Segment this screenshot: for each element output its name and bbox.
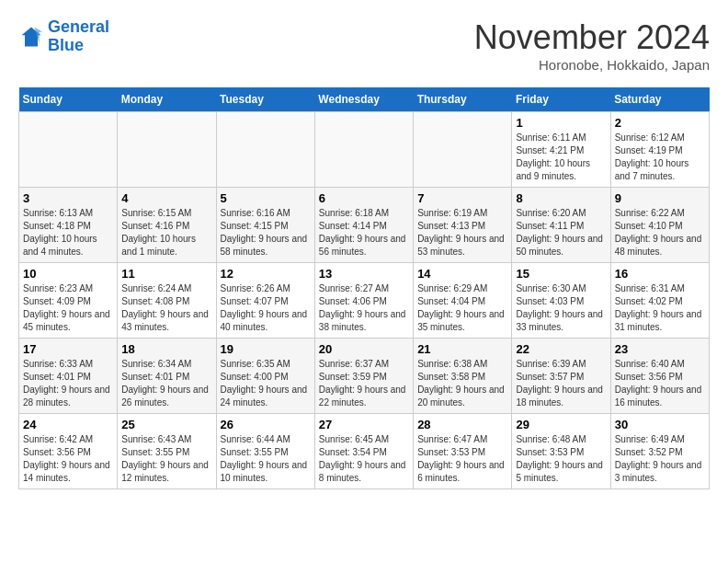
day-info: Sunrise: 6:16 AM Sunset: 4:15 PM Dayligh…	[221, 207, 311, 259]
calendar-cell: 13Sunrise: 6:27 AM Sunset: 4:06 PM Dayli…	[314, 263, 413, 339]
day-number: 16	[615, 267, 705, 281]
calendar-cell: 27Sunrise: 6:45 AM Sunset: 3:54 PM Dayli…	[314, 414, 413, 489]
day-number: 9	[615, 191, 705, 205]
calendar-table: SundayMondayTuesdayWednesdayThursdayFrid…	[18, 87, 710, 489]
month-title: November 2024	[474, 18, 710, 57]
day-number: 20	[319, 342, 409, 356]
day-info: Sunrise: 6:45 AM Sunset: 3:54 PM Dayligh…	[319, 433, 409, 485]
calendar-cell	[414, 112, 512, 188]
day-number: 15	[516, 267, 606, 281]
day-number: 4	[121, 191, 211, 205]
logo-text: General Blue	[48, 18, 109, 55]
day-info: Sunrise: 6:43 AM Sunset: 3:55 PM Dayligh…	[121, 433, 211, 485]
day-number: 30	[615, 418, 705, 431]
logo: General Blue	[18, 18, 109, 55]
calendar-cell: 16Sunrise: 6:31 AM Sunset: 4:02 PM Dayli…	[610, 263, 709, 339]
calendar-cell: 7Sunrise: 6:19 AM Sunset: 4:13 PM Daylig…	[414, 188, 512, 263]
calendar-cell: 21Sunrise: 6:38 AM Sunset: 3:58 PM Dayli…	[414, 339, 512, 414]
day-number: 5	[221, 191, 311, 205]
day-info: Sunrise: 6:19 AM Sunset: 4:13 PM Dayligh…	[417, 207, 507, 259]
calendar-cell: 9Sunrise: 6:22 AM Sunset: 4:10 PM Daylig…	[610, 188, 709, 263]
day-info: Sunrise: 6:15 AM Sunset: 4:16 PM Dayligh…	[121, 207, 211, 259]
day-number: 13	[319, 267, 409, 281]
day-info: Sunrise: 6:30 AM Sunset: 4:03 PM Dayligh…	[516, 282, 606, 334]
logo-line1: General	[48, 17, 109, 36]
calendar-cell: 19Sunrise: 6:35 AM Sunset: 4:00 PM Dayli…	[216, 339, 314, 414]
logo-line2: Blue	[48, 36, 84, 54]
calendar-cell: 2Sunrise: 6:12 AM Sunset: 4:19 PM Daylig…	[610, 112, 709, 188]
calendar-cell: 3Sunrise: 6:13 AM Sunset: 4:18 PM Daylig…	[19, 188, 118, 263]
day-info: Sunrise: 6:11 AM Sunset: 4:21 PM Dayligh…	[516, 132, 606, 183]
day-number: 17	[23, 342, 113, 356]
weekday-header-row: SundayMondayTuesdayWednesdayThursdayFrid…	[19, 87, 710, 112]
day-number: 3	[23, 191, 113, 205]
day-info: Sunrise: 6:31 AM Sunset: 4:02 PM Dayligh…	[615, 282, 705, 334]
day-info: Sunrise: 6:49 AM Sunset: 3:52 PM Dayligh…	[615, 433, 705, 485]
day-info: Sunrise: 6:34 AM Sunset: 4:01 PM Dayligh…	[121, 358, 211, 409]
calendar-cell: 23Sunrise: 6:40 AM Sunset: 3:56 PM Dayli…	[610, 339, 709, 414]
calendar-cell: 1Sunrise: 6:11 AM Sunset: 4:21 PM Daylig…	[512, 112, 610, 188]
day-info: Sunrise: 6:18 AM Sunset: 4:14 PM Dayligh…	[319, 207, 409, 259]
weekday-header-wednesday: Wednesday	[314, 87, 413, 112]
calendar-cell: 15Sunrise: 6:30 AM Sunset: 4:03 PM Dayli…	[512, 263, 610, 339]
day-info: Sunrise: 6:37 AM Sunset: 3:59 PM Dayligh…	[319, 358, 409, 409]
day-info: Sunrise: 6:12 AM Sunset: 4:19 PM Dayligh…	[615, 132, 705, 183]
weekday-header-thursday: Thursday	[414, 87, 512, 112]
calendar-cell: 24Sunrise: 6:42 AM Sunset: 3:56 PM Dayli…	[19, 414, 118, 489]
calendar-cell: 17Sunrise: 6:33 AM Sunset: 4:01 PM Dayli…	[19, 339, 118, 414]
day-number: 7	[417, 191, 507, 205]
day-number: 28	[417, 418, 507, 431]
day-info: Sunrise: 6:33 AM Sunset: 4:01 PM Dayligh…	[23, 358, 113, 409]
location: Horonobe, Hokkaido, Japan	[474, 57, 710, 73]
calendar-cell: 29Sunrise: 6:48 AM Sunset: 3:53 PM Dayli…	[512, 414, 610, 489]
week-row-1: 1Sunrise: 6:11 AM Sunset: 4:21 PM Daylig…	[19, 112, 710, 188]
weekday-header-friday: Friday	[512, 87, 610, 112]
day-number: 14	[417, 267, 507, 281]
day-number: 25	[121, 418, 211, 431]
calendar-cell: 22Sunrise: 6:39 AM Sunset: 3:57 PM Dayli…	[512, 339, 610, 414]
week-row-5: 24Sunrise: 6:42 AM Sunset: 3:56 PM Dayli…	[19, 414, 710, 489]
day-number: 2	[615, 116, 705, 130]
calendar-cell	[19, 112, 118, 188]
day-number: 12	[221, 267, 311, 281]
day-number: 8	[516, 191, 606, 205]
page-header: General Blue November 2024 Horonobe, Hok…	[18, 18, 710, 73]
day-info: Sunrise: 6:35 AM Sunset: 4:00 PM Dayligh…	[221, 358, 311, 409]
day-info: Sunrise: 6:29 AM Sunset: 4:04 PM Dayligh…	[417, 282, 507, 334]
day-info: Sunrise: 6:42 AM Sunset: 3:56 PM Dayligh…	[23, 433, 113, 485]
calendar-cell: 5Sunrise: 6:16 AM Sunset: 4:15 PM Daylig…	[216, 188, 314, 263]
week-row-4: 17Sunrise: 6:33 AM Sunset: 4:01 PM Dayli…	[19, 339, 710, 414]
day-number: 1	[516, 116, 606, 130]
calendar-cell: 20Sunrise: 6:37 AM Sunset: 3:59 PM Dayli…	[314, 339, 413, 414]
week-row-3: 10Sunrise: 6:23 AM Sunset: 4:09 PM Dayli…	[19, 263, 710, 339]
logo-icon	[18, 24, 44, 50]
calendar-cell: 8Sunrise: 6:20 AM Sunset: 4:11 PM Daylig…	[512, 188, 610, 263]
weekday-header-sunday: Sunday	[19, 87, 118, 112]
weekday-header-tuesday: Tuesday	[216, 87, 314, 112]
calendar-cell: 18Sunrise: 6:34 AM Sunset: 4:01 PM Dayli…	[118, 339, 216, 414]
calendar-cell: 30Sunrise: 6:49 AM Sunset: 3:52 PM Dayli…	[610, 414, 709, 489]
calendar-cell	[314, 112, 413, 188]
day-number: 27	[319, 418, 409, 431]
calendar-cell	[216, 112, 314, 188]
day-info: Sunrise: 6:40 AM Sunset: 3:56 PM Dayligh…	[615, 358, 705, 409]
day-number: 24	[23, 418, 113, 431]
calendar-cell: 4Sunrise: 6:15 AM Sunset: 4:16 PM Daylig…	[118, 188, 216, 263]
day-number: 21	[417, 342, 507, 356]
day-number: 10	[23, 267, 113, 281]
day-number: 22	[516, 342, 606, 356]
day-number: 29	[516, 418, 606, 431]
day-number: 6	[319, 191, 409, 205]
day-number: 18	[121, 342, 211, 356]
calendar-cell: 14Sunrise: 6:29 AM Sunset: 4:04 PM Dayli…	[414, 263, 512, 339]
title-block: November 2024 Horonobe, Hokkaido, Japan	[474, 18, 710, 73]
day-info: Sunrise: 6:23 AM Sunset: 4:09 PM Dayligh…	[23, 282, 113, 334]
calendar-cell: 28Sunrise: 6:47 AM Sunset: 3:53 PM Dayli…	[414, 414, 512, 489]
day-info: Sunrise: 6:20 AM Sunset: 4:11 PM Dayligh…	[516, 207, 606, 259]
day-info: Sunrise: 6:39 AM Sunset: 3:57 PM Dayligh…	[516, 358, 606, 409]
weekday-header-saturday: Saturday	[610, 87, 709, 112]
calendar-cell: 11Sunrise: 6:24 AM Sunset: 4:08 PM Dayli…	[118, 263, 216, 339]
day-info: Sunrise: 6:27 AM Sunset: 4:06 PM Dayligh…	[319, 282, 409, 334]
calendar-cell: 26Sunrise: 6:44 AM Sunset: 3:55 PM Dayli…	[216, 414, 314, 489]
calendar-cell: 10Sunrise: 6:23 AM Sunset: 4:09 PM Dayli…	[19, 263, 118, 339]
